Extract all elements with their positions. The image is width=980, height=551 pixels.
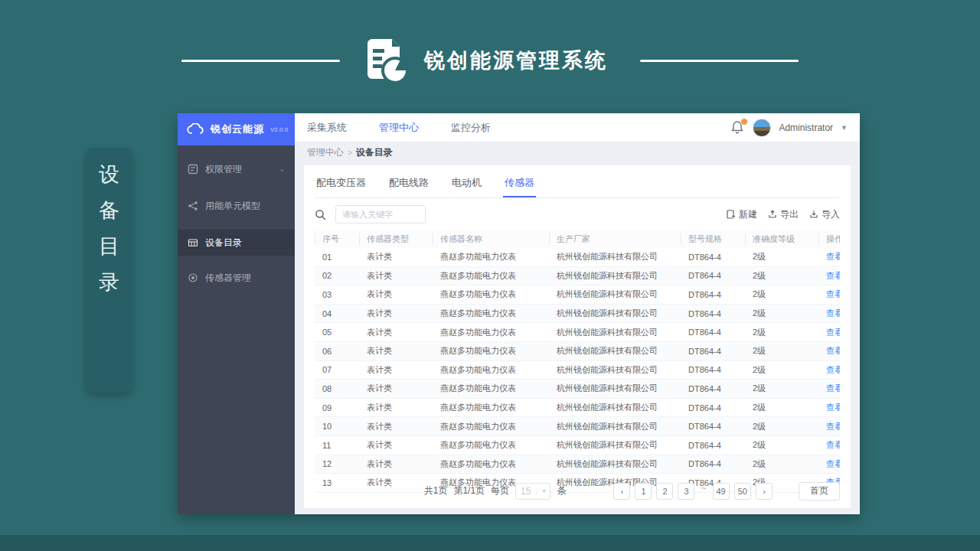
breadcrumb-parent[interactable]: 管理中心 — [307, 146, 344, 159]
cell-sensor-type: 表计类 — [359, 289, 433, 300]
cell-model: DT864-4 — [681, 309, 745, 318]
next-page-button[interactable]: › — [756, 483, 773, 500]
page-button-1[interactable]: 1 — [635, 483, 652, 500]
tab-motor[interactable]: 电动机 — [450, 173, 483, 197]
notification-badge — [740, 118, 748, 126]
table-row: 09表计类燕赵多功能电力仪表杭州锐创能源科技有限公司DT864-42级查看删除 — [315, 399, 840, 418]
cell-sensor-name: 燕赵多功能电力仪表 — [433, 270, 549, 282]
tab-sensor[interactable]: 传感器 — [503, 173, 536, 197]
cell-actions: 查看删除 — [818, 327, 840, 338]
cell-sensor-type: 表计类 — [359, 270, 433, 282]
cell-model: DT864-4 — [681, 365, 745, 374]
cell-sensor-type: 表计类 — [359, 458, 433, 470]
notification-bell-icon[interactable] — [731, 120, 745, 135]
cell-accuracy-grade: 2级 — [745, 345, 818, 357]
per-page-caret-icon: ▾ — [537, 487, 545, 494]
cell-manufacturer: 杭州锐创能源科技有限公司 — [549, 364, 681, 376]
cell-accuracy-grade: 2级 — [745, 402, 818, 413]
cell-no: 12 — [315, 459, 359, 468]
view-link[interactable]: 查看 — [826, 308, 840, 319]
view-link[interactable]: 查看 — [826, 345, 840, 357]
cell-model: DT864-4 — [681, 441, 745, 450]
cell-model: DT864-4 — [681, 347, 745, 356]
page-button-49[interactable]: 49 — [713, 483, 730, 500]
new-button[interactable]: 新建 — [727, 208, 757, 221]
user-name: Administrator — [779, 122, 833, 133]
cell-model: DT864-4 — [681, 253, 745, 262]
cell-accuracy-grade: 2级 — [745, 383, 818, 394]
side-label-card: 设 备 目 录 — [86, 148, 132, 393]
cell-actions: 查看删除 — [818, 402, 840, 413]
sidebar-item-permissions[interactable]: 权限管理 ⌄ — [178, 156, 295, 182]
cell-accuracy-grade: 2级 — [745, 421, 818, 432]
cell-accuracy-grade: 2级 — [745, 308, 818, 319]
export-button[interactable]: 导出 — [768, 208, 799, 221]
sidebar-item-sensor-management[interactable]: 传感器管理 — [178, 265, 295, 291]
page-buttons: 123~4950 — [635, 483, 751, 500]
new-file-icon — [727, 210, 736, 219]
cell-model: DT864-4 — [681, 271, 745, 280]
cell-sensor-name: 燕赵多功能电力仪表 — [433, 458, 549, 470]
page-button-2[interactable]: 2 — [656, 483, 673, 500]
per-page-select[interactable]: 15 ▾ — [515, 483, 550, 500]
breadcrumb: 管理中心 > 设备目录 — [295, 142, 860, 162]
page-button-3[interactable]: 3 — [678, 483, 694, 500]
page-header: 锐创能源管理系统 — [0, 37, 980, 84]
view-link[interactable]: 查看 — [826, 270, 840, 282]
side-label-char: 目 — [99, 236, 119, 257]
view-link[interactable]: 查看 — [826, 251, 840, 262]
col-header-sensor-type: 传感器类型 — [359, 233, 433, 245]
col-header-accuracy-grade: 准确度等级 — [745, 233, 818, 245]
home-page-button[interactable]: 首页 — [799, 482, 840, 500]
sidebar-item-label: 用能单元模型 — [205, 200, 260, 213]
table-body: 01表计类燕赵多功能电力仪表杭州锐创能源科技有限公司DT864-42级查看删除0… — [315, 248, 840, 493]
cell-manufacturer: 杭州锐创能源科技有限公司 — [549, 439, 681, 451]
cell-model: DT864-4 — [681, 328, 745, 337]
import-button[interactable]: 导入 — [809, 208, 840, 221]
cell-actions: 查看删除 — [818, 439, 840, 451]
sidebar-item-label: 权限管理 — [205, 163, 242, 176]
main-area: 采集系统 管理中心 监控分析 Administrator ▼ 管理中心 — [295, 113, 860, 514]
view-link[interactable]: 查看 — [826, 439, 840, 451]
search-icon — [315, 209, 326, 220]
cell-sensor-type: 表计类 — [359, 421, 433, 432]
pagination: 共1页 第1/1页 每页 15 ▾ 条 ‹ 123~4950 › — [315, 473, 840, 508]
view-link[interactable]: 查看 — [826, 458, 840, 470]
table-row: 10表计类燕赵多功能电力仪表杭州锐创能源科技有限公司DT864-42级查看删除 — [315, 417, 840, 436]
view-link[interactable]: 查看 — [826, 421, 840, 432]
avatar[interactable] — [753, 119, 771, 137]
cell-manufacturer: 杭州锐创能源科技有限公司 — [549, 289, 681, 300]
user-menu-caret-icon[interactable]: ▼ — [841, 124, 848, 132]
nav-item-monitoring-analysis[interactable]: 监控分析 — [451, 121, 491, 135]
cell-manufacturer: 杭州锐创能源科技有限公司 — [549, 270, 681, 282]
side-label-char: 设 — [99, 165, 119, 185]
view-link[interactable]: 查看 — [826, 327, 840, 338]
table-row: 05表计类燕赵多功能电力仪表杭州锐创能源科技有限公司DT864-42级查看删除 — [315, 323, 840, 342]
sidebar-item-energy-unit-model[interactable]: 用能单元模型 — [178, 193, 295, 219]
table-row: 07表计类燕赵多功能电力仪表杭州锐创能源科技有限公司DT864-42级查看删除 — [315, 361, 840, 380]
prev-page-button[interactable]: ‹ — [613, 483, 630, 500]
new-button-label: 新建 — [739, 208, 757, 221]
cell-sensor-type: 表计类 — [359, 439, 433, 451]
cell-accuracy-grade: 2级 — [745, 458, 818, 470]
nav-item-collection-system[interactable]: 采集系统 — [307, 121, 347, 135]
share-icon — [188, 201, 198, 211]
tab-distribution-line[interactable]: 配电线路 — [387, 173, 430, 197]
view-link[interactable]: 查看 — [826, 402, 840, 413]
page-button-50[interactable]: 50 — [734, 483, 751, 500]
search-input[interactable] — [335, 205, 426, 223]
view-link[interactable]: 查看 — [826, 383, 840, 394]
view-link[interactable]: 查看 — [826, 364, 840, 376]
chevron-down-icon: ⌄ — [279, 165, 285, 173]
current-page-text: 第1/1页 — [453, 484, 485, 497]
tab-distribution-transformer[interactable]: 配电变压器 — [315, 173, 368, 197]
sidebar-item-device-directory[interactable]: 设备目录 — [178, 230, 295, 256]
cell-accuracy-grade: 2级 — [745, 270, 818, 282]
view-link[interactable]: 查看 — [826, 289, 840, 300]
table-row: 02表计类燕赵多功能电力仪表杭州锐创能源科技有限公司DT864-42级查看删除 — [315, 267, 840, 286]
per-page-label: 每页 — [491, 484, 509, 497]
cell-no: 11 — [315, 441, 359, 450]
user-area: Administrator ▼ — [731, 119, 848, 137]
nav-item-management-center[interactable]: 管理中心 — [379, 121, 419, 135]
cell-sensor-type: 表计类 — [359, 327, 433, 338]
